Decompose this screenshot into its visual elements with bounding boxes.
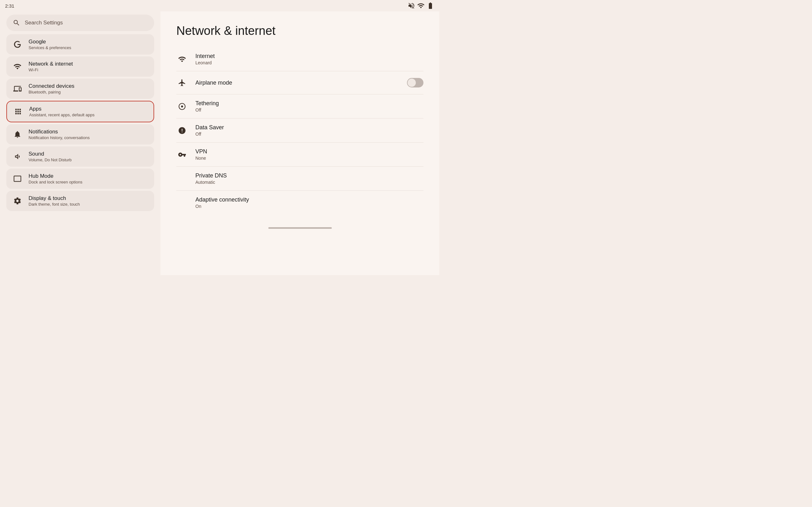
sidebar-item-google[interactable]: Google Services & preferences xyxy=(6,34,154,55)
sidebar-item-hub-text: Hub Mode Dock and lock screen options xyxy=(29,173,83,184)
content-item-vpn[interactable]: VPN None xyxy=(176,143,423,167)
content-item-adaptive[interactable]: Adaptive connectivity On xyxy=(176,191,423,215)
sidebar-item-notifications[interactable]: Notifications Notification history, conv… xyxy=(6,124,154,145)
sidebar-item-hub-subtitle: Dock and lock screen options xyxy=(29,180,83,184)
airplane-text: Airplane mode xyxy=(195,79,399,86)
sidebar-item-network[interactable]: Network & internet Wi-Fi xyxy=(6,56,154,77)
status-time: 2:31 xyxy=(5,3,14,9)
mute-icon xyxy=(408,2,415,9)
sidebar-item-apps-subtitle: Assistant, recent apps, default apps xyxy=(29,112,95,117)
sidebar-item-google-subtitle: Services & preferences xyxy=(29,45,71,50)
sidebar-item-sound-title: Sound xyxy=(29,151,72,157)
notifications-icon xyxy=(12,129,23,140)
airplane-icon xyxy=(176,77,188,89)
internet-wifi-icon xyxy=(176,54,188,65)
data-saver-title: Data Saver xyxy=(195,124,423,131)
content-item-internet[interactable]: Internet Leonard xyxy=(176,47,423,71)
sidebar-item-google-text: Google Services & preferences xyxy=(29,39,71,50)
data-saver-text: Data Saver Off xyxy=(195,124,423,136)
sidebar-item-hub-title: Hub Mode xyxy=(29,173,83,179)
sidebar-item-display[interactable]: Display & touch Dark theme, font size, t… xyxy=(6,191,154,211)
adaptive-title: Adaptive connectivity xyxy=(195,196,423,203)
sidebar-item-network-title: Network & internet xyxy=(29,61,73,67)
internet-subtitle: Leonard xyxy=(195,60,423,65)
data-saver-subtitle: Off xyxy=(195,131,423,136)
search-icon xyxy=(13,19,20,26)
internet-title: Internet xyxy=(195,53,423,60)
airplane-toggle-knob xyxy=(408,78,416,87)
status-bar: 2:31 xyxy=(0,0,439,11)
sidebar-item-sound-text: Sound Volume, Do Not Disturb xyxy=(29,151,72,162)
sidebar-item-google-title: Google xyxy=(29,39,71,45)
sidebar-item-connected-text: Connected devices Bluetooth, pairing xyxy=(29,83,74,95)
airplane-title: Airplane mode xyxy=(195,79,399,86)
sidebar-item-apps[interactable]: Apps Assistant, recent apps, default app… xyxy=(6,101,154,122)
devices-icon xyxy=(12,83,23,94)
content-item-tethering[interactable]: Tethering Off xyxy=(176,95,423,118)
internet-text: Internet Leonard xyxy=(195,53,423,65)
sidebar-item-connected-subtitle: Bluetooth, pairing xyxy=(29,90,74,95)
content-item-private-dns[interactable]: Private DNS Automatic xyxy=(176,167,423,191)
wifi-status-icon xyxy=(417,2,425,9)
sidebar-item-sound[interactable]: Sound Volume, Do Not Disturb xyxy=(6,147,154,167)
hub-icon xyxy=(12,173,23,184)
search-bar[interactable]: Search Settings xyxy=(6,14,154,31)
sidebar-item-hub-mode[interactable]: Hub Mode Dock and lock screen options xyxy=(6,169,154,189)
sidebar-item-network-text: Network & internet Wi-Fi xyxy=(29,61,73,72)
sidebar-item-connected-devices[interactable]: Connected devices Bluetooth, pairing xyxy=(6,78,154,99)
adaptive-subtitle: On xyxy=(195,204,423,209)
wifi-icon xyxy=(12,61,23,72)
sidebar-item-apps-title: Apps xyxy=(29,106,95,112)
sidebar-item-apps-text: Apps Assistant, recent apps, default app… xyxy=(29,106,95,117)
status-icons xyxy=(408,2,434,9)
content-item-airplane[interactable]: Airplane mode xyxy=(176,71,423,95)
search-bar-text: Search Settings xyxy=(25,20,63,26)
battery-icon xyxy=(426,2,434,9)
tethering-subtitle: Off xyxy=(195,107,423,112)
vpn-subtitle: None xyxy=(195,156,423,161)
tethering-title: Tethering xyxy=(195,100,423,107)
sidebar-item-network-subtitle: Wi-Fi xyxy=(29,67,73,72)
tethering-icon xyxy=(176,101,188,112)
vpn-icon xyxy=(176,149,188,160)
vpn-title: VPN xyxy=(195,148,423,155)
tethering-text: Tethering Off xyxy=(195,100,423,112)
sidebar-item-sound-subtitle: Volume, Do Not Disturb xyxy=(29,158,72,162)
sound-icon xyxy=(12,151,23,162)
google-icon xyxy=(12,39,23,50)
vpn-text: VPN None xyxy=(195,148,423,161)
sidebar-item-display-text: Display & touch Dark theme, font size, t… xyxy=(29,195,80,207)
airplane-toggle[interactable] xyxy=(407,78,423,88)
content-title: Network & internet xyxy=(176,24,423,38)
private-dns-subtitle: Automatic xyxy=(195,180,423,185)
sidebar-item-notifications-text: Notifications Notification history, conv… xyxy=(29,129,90,140)
main-layout: Search Settings Google Services & prefer… xyxy=(0,11,439,275)
scroll-indicator xyxy=(268,227,332,229)
display-icon xyxy=(12,195,23,206)
content-panel: Network & internet Internet Leonard Airp… xyxy=(160,11,439,275)
sidebar-item-notifications-subtitle: Notification history, conversations xyxy=(29,135,90,140)
content-item-data-saver[interactable]: Data Saver Off xyxy=(176,118,423,143)
sidebar: Search Settings Google Services & prefer… xyxy=(0,11,160,275)
sidebar-item-connected-title: Connected devices xyxy=(29,83,74,89)
sidebar-item-display-subtitle: Dark theme, font size, touch xyxy=(29,202,80,207)
data-saver-icon xyxy=(176,125,188,136)
apps-icon xyxy=(13,106,23,117)
sidebar-item-display-title: Display & touch xyxy=(29,195,80,202)
sidebar-item-notifications-title: Notifications xyxy=(29,129,90,135)
private-dns-title: Private DNS xyxy=(195,172,423,179)
